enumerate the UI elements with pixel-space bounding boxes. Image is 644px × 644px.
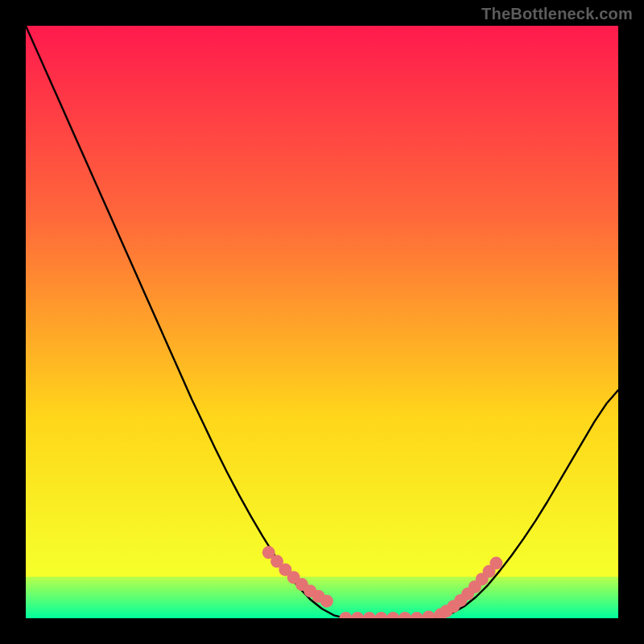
watermark: TheBottleneck.com <box>481 5 633 23</box>
chart-container: TheBottleneck.com <box>0 0 644 644</box>
plot-area <box>26 26 618 618</box>
marker-dot <box>489 557 502 570</box>
chart-svg <box>26 26 618 618</box>
marker-dot <box>320 595 333 608</box>
